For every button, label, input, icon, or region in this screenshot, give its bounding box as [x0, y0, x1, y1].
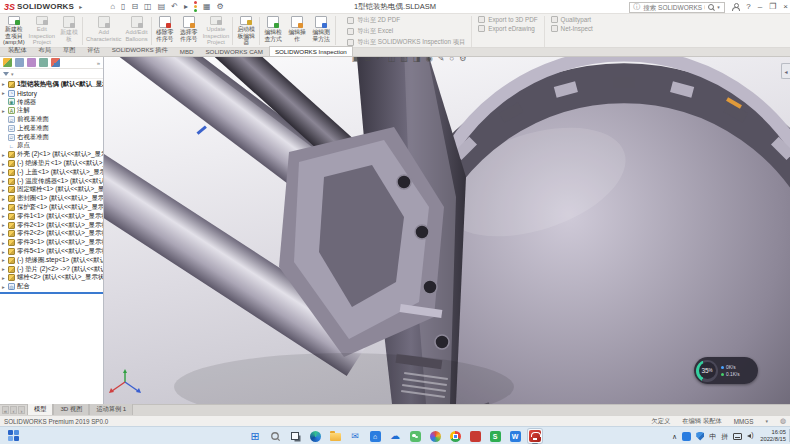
solidworks-app[interactable]: [528, 429, 542, 443]
tab-草图[interactable]: 草图: [57, 44, 81, 56]
tree-item[interactable]: ◉传感器: [0, 98, 103, 107]
tree-filter-row[interactable]: ▾: [0, 69, 103, 79]
add-edit-balloons-button[interactable]: Add/Edit Balloons: [123, 15, 149, 47]
mail-app[interactable]: ✉: [348, 429, 362, 443]
export-3d-pdf-menu-item[interactable]: Export to 3D PDF: [478, 16, 537, 23]
select-balloons-button[interactable]: 选择零 件序号: [177, 15, 201, 47]
open-icon[interactable]: ⊟: [131, 3, 138, 11]
export-2d-pdf-menu-item[interactable]: 导出至 2D PDF: [347, 16, 465, 25]
save-icon[interactable]: ◫: [144, 3, 152, 11]
reader-app[interactable]: [468, 429, 482, 443]
tab-mbd[interactable]: MBD: [174, 46, 200, 56]
tree-item[interactable]: ▸A注解: [0, 106, 103, 115]
dimxpertmanager-tab[interactable]: [39, 58, 48, 67]
tree-item[interactable]: ∟原点: [0, 142, 103, 151]
tree-item[interactable]: ▸零件2<2> (默认<<默认>_显示状: [0, 230, 103, 239]
export-excel-menu-item[interactable]: 导出至 Excel: [347, 27, 465, 36]
photos-app[interactable]: [428, 429, 442, 443]
search-dropdown-icon[interactable]: ▾: [717, 4, 720, 10]
filter-dropdown-icon[interactable]: ▾: [11, 71, 14, 77]
edit-inspection-method-button[interactable]: 编辑检 查方式: [261, 15, 285, 47]
remove-balloons-button[interactable]: 移除零 件序号: [153, 15, 177, 47]
menu-flyout-icon[interactable]: ▸: [79, 3, 82, 10]
zoom-fit-icon[interactable]: ▣: [352, 57, 360, 63]
net-inspect-menu-item[interactable]: Net-Inspect: [551, 25, 593, 32]
close-button[interactable]: ×: [783, 3, 788, 11]
edit-operation-button[interactable]: 编辑操 作: [285, 15, 309, 47]
language-indicator[interactable]: 中: [709, 433, 716, 440]
zoom-area-icon[interactable]: ⊡: [365, 57, 372, 63]
panel-tabs-overflow-icon[interactable]: »: [97, 60, 100, 66]
file-properties-icon[interactable]: ▦: [203, 3, 211, 11]
display-style-icon[interactable]: ◨: [413, 57, 421, 63]
tree-item[interactable]: ▸保护套<1> (默认<<默认>_显示状: [0, 203, 103, 212]
tree-item[interactable]: ▸密封圈<1> (默认<<默认>_显示状: [0, 194, 103, 203]
edit-appearance-icon[interactable]: ✎: [438, 57, 445, 63]
wechat-app[interactable]: [408, 429, 422, 443]
view-settings-icon[interactable]: ⚙: [459, 57, 466, 63]
edit-measurement-button[interactable]: 编辑测 量方法: [309, 15, 333, 47]
doc-tab-运动算例-1[interactable]: 运动算例 1: [89, 403, 133, 415]
file-explorer-app[interactable]: [328, 429, 342, 443]
tree-item[interactable]: ▸◎配合: [0, 282, 103, 291]
tree-item[interactable]: ▸(-) 绝缘垫片<1> (默认<<默认>_显: [0, 159, 103, 168]
doc-tab-模型[interactable]: 模型: [27, 403, 53, 415]
tree-item[interactable]: ▸外壳 (2)<1> (默认<<默认>_显示状: [0, 150, 103, 159]
search-button[interactable]: [268, 429, 282, 443]
tab-评估[interactable]: 评估: [81, 44, 105, 56]
ime-mode-indicator[interactable]: 拼: [721, 433, 728, 440]
previous-view-icon[interactable]: ↶: [376, 57, 383, 63]
store-app[interactable]: ⌂: [368, 429, 382, 443]
tree-item[interactable]: ▸零件3<1> (默认<<默认>_显示状: [0, 238, 103, 247]
solidworks-logo[interactable]: 3S SOLIDWORKS ▸: [0, 2, 86, 12]
graphics-viewport[interactable]: ▣⊡↶◫▧◨◉✎○⚙ 35% 0K/s 0.1K/s ◂: [104, 57, 790, 404]
tree-item[interactable]: ▸(-) 温度传感器<1> (默认<<默认>_: [0, 177, 103, 186]
search-input[interactable]: [643, 4, 705, 11]
hide-show-items-icon[interactable]: ◉: [426, 57, 433, 63]
search-magnifier-icon[interactable]: [708, 4, 714, 10]
wps-app[interactable]: W: [508, 429, 522, 443]
tree-item[interactable]: ▸零件1<1> (默认<<默认>_显示状态: [0, 212, 103, 221]
tab-nav-prev-icon[interactable]: ‹: [10, 406, 17, 414]
undo-icon[interactable]: ↶: [171, 3, 178, 11]
print-icon[interactable]: ▤: [158, 3, 166, 11]
tab-solidworks-cam[interactable]: SOLIDWORKS CAM: [199, 46, 268, 56]
qualitypart-menu-item[interactable]: Qualitypart: [551, 16, 593, 23]
launch-template-editor-button[interactable]: 启动模 板编辑 器: [234, 15, 258, 47]
touch-keyboard-icon[interactable]: [733, 433, 742, 440]
tab-布局[interactable]: 布局: [33, 44, 57, 56]
edit-inspection-project-button[interactable]: Edit Inspection Project: [27, 15, 57, 47]
featuremanager-tab[interactable]: [3, 58, 12, 67]
help-search-box[interactable]: ⓘ ▾: [629, 2, 725, 13]
tree-item[interactable]: ▸◔History: [0, 89, 103, 98]
tree-item[interactable]: ▸螺栓<2> (默认<<默认>_显示状态: [0, 274, 103, 283]
tree-item[interactable]: ▸(-) 上盖<1> (默认<<默认>_显示状: [0, 168, 103, 177]
meeting-app[interactable]: S: [488, 429, 502, 443]
export-sw-inspection-project-menu-item[interactable]: 导出至 SOLIDWORKS Inspection 项目: [347, 38, 465, 47]
edge-app[interactable]: [308, 429, 322, 443]
tree-item[interactable]: ▸固定螺栓<1> (默认<<默认>_显示: [0, 186, 103, 195]
tree-item[interactable]: ▱上视基准面: [0, 124, 103, 133]
login-user-icon[interactable]: [732, 3, 739, 11]
widgets-button[interactable]: [8, 430, 20, 442]
view-orientation-icon[interactable]: ▧: [401, 57, 409, 63]
tab-solidworks-插件[interactable]: SOLIDWORKS 插件: [106, 44, 174, 56]
tree-pane-splitter[interactable]: [0, 292, 103, 294]
tree-item[interactable]: ▸(-) 垫片 (2)<2> ->? (默认<<默认: [0, 265, 103, 274]
doc-tab-3D-视图[interactable]: 3D 视图: [53, 403, 89, 415]
export-edrawing-menu-item[interactable]: Export eDrawing: [478, 25, 537, 32]
chrome-app[interactable]: [448, 429, 462, 443]
defender-shield-icon[interactable]: [696, 432, 704, 441]
units-dropdown-icon[interactable]: ▾: [765, 418, 768, 424]
tree-item[interactable]: ▱右视基准面: [0, 133, 103, 142]
tree-item[interactable]: ▸零件2<1> (默认<<默认>_显示状: [0, 221, 103, 230]
start-button[interactable]: ⊞: [248, 429, 262, 443]
section-view-icon[interactable]: ◫: [388, 57, 396, 63]
tree-item[interactable]: ▱前视基准面: [0, 115, 103, 124]
task-view-button[interactable]: [288, 429, 302, 443]
propertymanager-tab[interactable]: [15, 58, 24, 67]
update-inspection-project-button[interactable]: Update Inspection Project: [201, 15, 231, 47]
apply-scene-icon[interactable]: ○: [449, 57, 454, 63]
new-template-button[interactable]: 新建模 板: [57, 15, 81, 47]
tree-root-item[interactable]: ▸1型铠装热电偶 (默认<默认_显示状态-1: [0, 80, 103, 89]
